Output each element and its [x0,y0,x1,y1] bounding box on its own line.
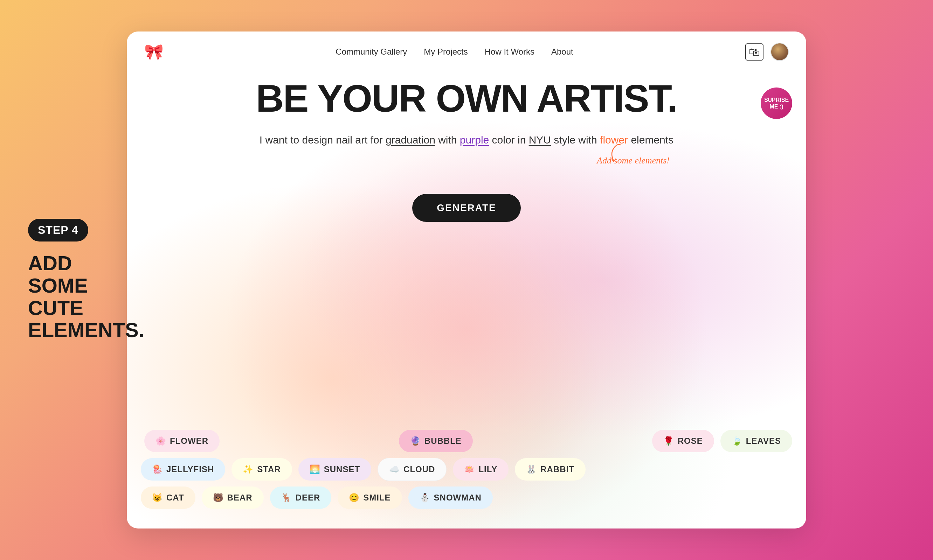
star-label: STAR [257,465,281,474]
cat-emoji: 😺 [152,493,163,503]
bear-emoji: 🐻 [213,493,224,503]
flower-label: FLOWER [170,436,208,446]
elements-row-1: 🌸 FLOWER 🔮 BUBBLE 🌹 ROSE 🍃 LEAVES [141,430,792,452]
rabbit-label: RABBIT [540,465,574,474]
deer-label: DEER [296,493,321,503]
jellyfish-label: JELLYFISH [167,465,214,474]
bear-label: BEAR [227,493,253,503]
cart-icon[interactable]: 🛍 [745,43,763,60]
element-star[interactable]: ✨ STAR [231,458,292,480]
elements-section: 🌸 FLOWER 🔮 BUBBLE 🌹 ROSE 🍃 LEAVES [127,419,806,529]
smile-emoji: 😊 [349,493,360,503]
element-leaves[interactable]: 🍃 LEAVES [720,430,792,452]
elements-row-2: 🪼 JELLYFISH ✨ STAR 🌅 SUNSET ☁️ CLOUD 🪷 [141,458,792,481]
element-bear[interactable]: 🐻 BEAR [202,486,264,509]
logo-butterfly-icon: 🎀 [144,43,163,61]
avatar-image [771,43,788,60]
elements-row-3: 😺 CAT 🐻 BEAR 🦌 DEER 😊 SMILE ⛄ SNOW [141,486,792,509]
flower-emoji: 🌸 [156,436,167,446]
avatar[interactable] [771,43,789,61]
hero-subtitle: I want to design nail art for graduation… [148,132,785,148]
element-rabbit[interactable]: 🐰 RABBIT [515,458,586,480]
rabbit-emoji: 🐰 [526,465,537,474]
generate-button[interactable]: GENERATE [412,194,521,222]
community-gallery-link[interactable]: Community Gallery [336,47,407,57]
leaves-emoji: 🍃 [732,436,742,446]
main-content: BE YOUR OWN ARTIST. I want to design nai… [127,72,806,222]
deer-emoji: 🦌 [281,493,292,503]
cloud-label: CLOUD [404,465,435,474]
cloud-emoji: ☁️ [389,465,400,474]
element-deer[interactable]: 🦌 DEER [270,486,332,509]
rose-emoji: 🌹 [663,436,674,446]
logo[interactable]: 🎀 [144,43,163,61]
page-wrapper: STEP 4 ADD SOME CUTE ELEMENTS. 🎀 Communi… [0,0,933,560]
lily-emoji: 🪷 [464,465,475,474]
smile-label: SMILE [363,493,390,503]
bubble-label: BUBBLE [424,436,462,446]
element-rose[interactable]: 🌹 ROSE [652,430,714,452]
cat-label: CAT [167,493,184,503]
occasion-text: graduation [386,134,435,146]
step-badge: STEP 4 [28,219,88,242]
element-bubble[interactable]: 🔮 BUBBLE [399,430,473,452]
element-cloud[interactable]: ☁️ CLOUD [378,458,447,481]
snowman-label: SNOWMAN [434,493,481,503]
my-projects-link[interactable]: My Projects [424,47,467,57]
element-jellyfish[interactable]: 🪼 JELLYFISH [141,458,225,480]
style-text: NYU [529,134,551,146]
annotation-area: Add some elements! [148,152,785,187]
hero-title: BE YOUR OWN ARTIST. [148,79,785,118]
sunset-label: SUNSET [324,465,360,474]
element-sunset[interactable]: 🌅 SUNSET [298,458,371,480]
surprise-button[interactable]: SUPRISE ME :) [761,88,792,119]
bubble-emoji: 🔮 [410,436,421,446]
color-text: purple [460,134,489,146]
nav-links: Community Gallery My Projects How It Wor… [336,47,573,57]
generate-section: GENERATE [148,194,785,222]
nav-icons: 🛍 [745,43,789,61]
element-lily[interactable]: 🪷 LILY [453,458,509,480]
star-emoji: ✨ [243,465,254,474]
element-smile[interactable]: 😊 SMILE [338,486,402,509]
rose-label: ROSE [678,436,703,446]
how-it-works-link[interactable]: How It Works [485,47,534,57]
lily-label: LILY [478,465,497,474]
snowman-emoji: ⛄ [419,493,430,503]
sunset-emoji: 🌅 [310,465,321,474]
element-flower[interactable]: 🌸 FLOWER [144,430,220,452]
jellyfish-emoji: 🪼 [152,465,163,474]
annotation-text: Add some elements! [597,155,669,166]
navbar: 🎀 Community Gallery My Projects How It W… [127,31,806,72]
leaves-label: LEAVES [746,436,781,446]
main-card: 🎀 Community Gallery My Projects How It W… [127,31,806,529]
step-description: ADD SOME CUTE ELEMENTS. [28,252,126,341]
about-link[interactable]: About [551,47,573,57]
element-snowman[interactable]: ⛄ SNOWMAN [409,486,493,509]
element-cat[interactable]: 😺 CAT [141,486,196,509]
left-panel: STEP 4 ADD SOME CUTE ELEMENTS. [28,219,126,341]
